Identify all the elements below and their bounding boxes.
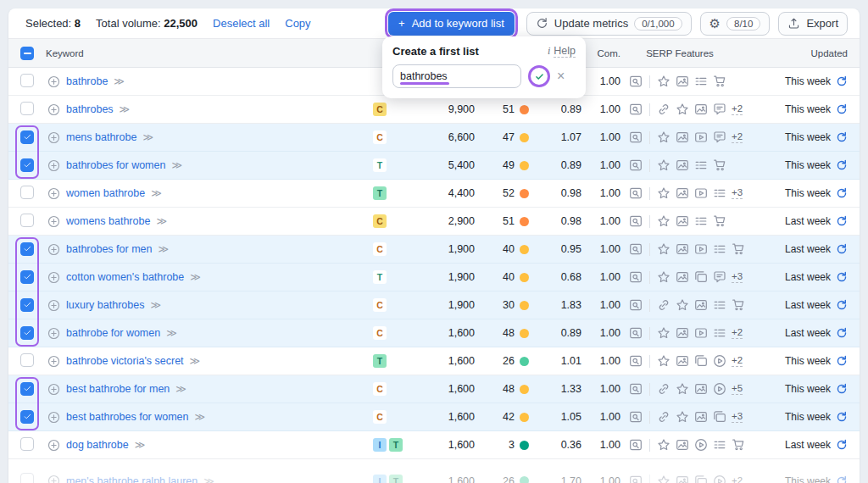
keyword-chevrons-icon[interactable]: ≫ [175,383,186,395]
expand-keyword-icon[interactable] [47,299,60,312]
keyword-link[interactable]: womens bathrobe [66,215,150,227]
row-checkbox[interactable] [20,130,34,144]
refresh-keyword-icon[interactable] [836,131,848,143]
keyword-chevrons-icon[interactable]: ≫ [135,439,145,451]
expand-keyword-icon[interactable] [47,439,60,452]
row-checkbox[interactable] [20,186,34,199]
deselect-all-link[interactable]: Deselect all [213,17,270,30]
keyword-chevrons-icon[interactable]: ≫ [142,131,153,143]
add-to-keyword-list-button[interactable]: + Add to keyword list [388,12,515,36]
expand-keyword-icon[interactable] [47,383,60,396]
keyword-link[interactable]: best bathrobes for women [66,411,189,423]
row-checkbox[interactable] [20,270,34,284]
keyword-link[interactable]: men's bathrobe ralph lauren [66,475,198,483]
keyword-chevrons-icon[interactable]: ≫ [114,75,124,87]
expand-keyword-icon[interactable] [47,75,60,88]
refresh-keyword-icon[interactable] [836,383,848,395]
refresh-keyword-icon[interactable] [836,439,848,451]
keyword-chevrons-icon[interactable]: ≫ [195,411,205,423]
expand-keyword-icon[interactable] [47,103,60,116]
refresh-keyword-icon[interactable] [836,271,848,283]
keyword-chevrons-icon[interactable]: ≫ [203,475,214,483]
close-icon[interactable]: × [557,69,565,83]
serp-preview-icon[interactable] [629,130,643,144]
keyword-chevrons-icon[interactable]: ≫ [166,327,176,339]
refresh-keyword-icon[interactable] [836,299,848,311]
serp-preview-icon[interactable] [629,103,643,116]
serp-preview-icon[interactable] [629,270,643,284]
refresh-keyword-icon[interactable] [836,103,848,115]
keyword-chevrons-icon[interactable]: ≫ [158,243,168,255]
help-link[interactable]: Help [554,45,576,58]
row-checkbox[interactable] [20,158,34,172]
row-checkbox[interactable] [20,473,34,483]
row-checkbox[interactable] [20,437,34,451]
refresh-keyword-icon[interactable] [836,243,848,255]
expand-keyword-icon[interactable] [47,411,60,424]
keyword-link[interactable]: best bathrobe for men [66,383,170,395]
copy-link[interactable]: Copy [285,17,310,30]
row-checkbox[interactable] [20,410,34,424]
keyword-chevrons-icon[interactable]: ≫ [156,215,166,227]
serp-preview-icon[interactable] [629,298,643,312]
keyword-link[interactable]: bathrobes for men [66,243,152,255]
expand-keyword-icon[interactable] [47,355,60,368]
column-header-keyword[interactable]: Keyword [37,48,373,58]
keyword-chevrons-icon[interactable]: ≫ [190,355,200,367]
row-checkbox[interactable] [20,242,34,256]
keyword-link[interactable]: bathrobe victoria's secret [66,355,184,367]
refresh-keyword-icon[interactable] [836,75,848,87]
keyword-chevrons-icon[interactable]: ≫ [120,103,130,115]
serp-preview-icon[interactable] [629,75,643,88]
keyword-chevrons-icon[interactable]: ≫ [151,187,161,199]
update-metrics-button[interactable]: Update metrics 0/1,000 [526,12,692,36]
serp-preview-icon[interactable] [629,158,643,172]
keyword-link[interactable]: bathrobes for women [66,159,165,171]
keyword-link[interactable]: mens bathrobe [66,131,136,143]
select-all-checkbox[interactable] [20,47,34,60]
row-checkbox[interactable] [20,353,34,367]
row-checkbox[interactable] [20,214,34,227]
expand-keyword-icon[interactable] [47,243,60,256]
keyword-link[interactable]: bathrobes [66,103,114,115]
expand-keyword-icon[interactable] [47,159,60,172]
serp-preview-icon[interactable] [629,382,643,396]
expand-keyword-icon[interactable] [47,131,60,144]
column-header-updated[interactable]: Updated [739,48,860,58]
keyword-link[interactable]: dog bathrobe [66,439,129,451]
expand-keyword-icon[interactable] [47,327,60,340]
keyword-chevrons-icon[interactable]: ≫ [150,299,160,311]
row-checkbox[interactable] [20,382,34,396]
export-button[interactable]: Export [778,12,848,36]
refresh-keyword-icon[interactable] [836,411,848,423]
keyword-chevrons-icon[interactable]: ≫ [171,159,181,171]
keyword-chevrons-icon[interactable]: ≫ [190,271,200,283]
refresh-keyword-icon[interactable] [836,159,848,171]
column-header-serp-features[interactable]: SERP Features [620,48,739,58]
settings-button[interactable]: ⚙ 8/10 [700,12,771,36]
row-checkbox[interactable] [20,298,34,312]
keyword-link[interactable]: bathrobe [66,75,108,87]
expand-keyword-icon[interactable] [47,215,60,228]
refresh-keyword-icon[interactable] [836,187,848,199]
serp-preview-icon[interactable] [629,242,643,256]
keyword-link[interactable]: women bathrobe [66,187,145,199]
list-name-input[interactable] [392,64,521,88]
expand-keyword-icon[interactable] [47,475,60,483]
keyword-link[interactable]: bathrobe for women [66,327,160,339]
serp-preview-icon[interactable] [629,475,643,483]
expand-keyword-icon[interactable] [47,187,60,200]
refresh-keyword-icon[interactable] [836,475,848,483]
refresh-keyword-icon[interactable] [836,327,848,339]
serp-preview-icon[interactable] [629,186,643,200]
keyword-link[interactable]: luxury bathrobes [66,299,144,311]
serp-preview-icon[interactable] [629,354,643,368]
serp-preview-icon[interactable] [629,438,643,452]
refresh-keyword-icon[interactable] [836,355,848,367]
column-header-com[interactable]: Com. [581,48,620,58]
row-checkbox[interactable] [20,326,34,340]
row-checkbox[interactable] [20,102,34,115]
serp-preview-icon[interactable] [629,214,643,228]
refresh-keyword-icon[interactable] [836,215,848,227]
confirm-list-button[interactable] [528,65,550,87]
